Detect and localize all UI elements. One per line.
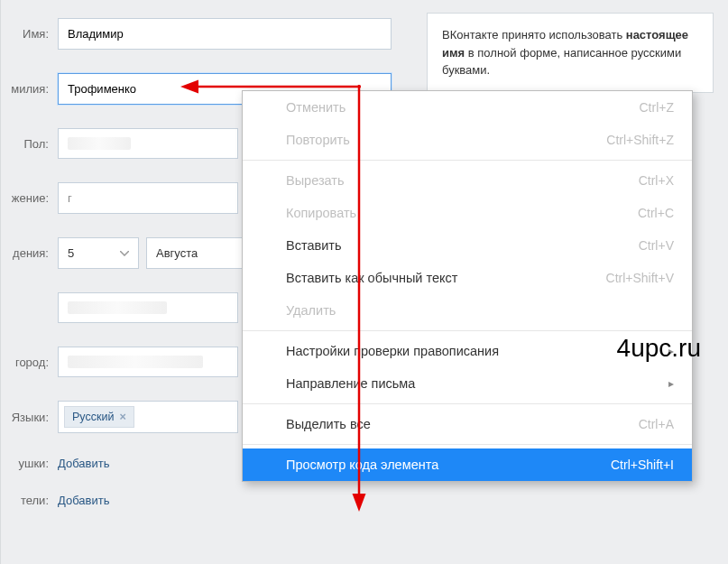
hint-text-before: ВКонтакте принято использовать	[442, 28, 626, 42]
menu-direction[interactable]: Направление письма ▸	[243, 367, 692, 400]
gender-value	[68, 137, 131, 150]
name-label: Имя:	[0, 27, 58, 41]
add-parents-link[interactable]: Добавить	[58, 494, 109, 507]
parents-label: тели:	[0, 494, 58, 507]
hint-text-after: в полной форме, написанное русскими букв…	[442, 46, 681, 78]
birthday-day-select[interactable]: 5	[58, 237, 139, 269]
row-parents: тели: Добавить	[0, 494, 415, 507]
languages-input[interactable]: Русский ×	[58, 401, 238, 433]
menu-separator	[243, 444, 692, 445]
menu-paste[interactable]: Вставить Ctrl+V	[243, 229, 692, 262]
menu-cut[interactable]: Вырезать Ctrl+X	[243, 164, 692, 197]
menu-inspect-element[interactable]: Просмотр кода элемента Ctrl+Shift+I	[243, 448, 692, 481]
menu-spellcheck[interactable]: Настройки проверки правописания ▸	[243, 335, 692, 367]
context-menu: Отменить Ctrl+Z Повторить Ctrl+Shift+Z В…	[242, 90, 693, 482]
gender-select[interactable]	[58, 128, 238, 159]
add-grandma-link[interactable]: Добавить	[58, 457, 109, 470]
language-tag-label: Русский	[72, 411, 114, 423]
menu-separator	[243, 403, 692, 404]
hint-tooltip: ВКонтакте принято использовать настоящее…	[427, 13, 714, 93]
menu-separator	[243, 330, 692, 331]
marital-value: г	[68, 191, 72, 205]
menu-redo[interactable]: Повторить Ctrl+Shift+Z	[243, 124, 692, 156]
menu-copy[interactable]: Копировать Ctrl+C	[243, 197, 692, 229]
language-tag[interactable]: Русский ×	[64, 406, 134, 428]
name-input[interactable]	[58, 18, 392, 50]
menu-paste-plain[interactable]: Вставить как обычный текст Ctrl+Shift+V	[243, 262, 692, 294]
menu-separator	[243, 160, 692, 161]
close-icon[interactable]: ×	[119, 411, 125, 423]
city-select[interactable]	[58, 347, 238, 377]
birthday-month: Августа	[156, 246, 198, 260]
gender-label: Пол:	[0, 137, 58, 151]
marital-select[interactable]: г	[58, 182, 238, 214]
menu-delete[interactable]: Удалить	[243, 294, 692, 327]
city-label: город:	[0, 356, 58, 369]
birthday-label: дения:	[0, 246, 58, 260]
chevron-right-icon: ▸	[668, 345, 674, 357]
marital-label: жение:	[0, 191, 58, 205]
surname-label: милия:	[0, 82, 58, 96]
chevron-right-icon: ▸	[668, 377, 674, 390]
menu-undo[interactable]: Отменить Ctrl+Z	[243, 91, 692, 124]
languages-label: Языки:	[0, 411, 58, 424]
birthday-day: 5	[68, 246, 74, 260]
extra-select[interactable]	[58, 292, 238, 323]
chevron-down-icon	[120, 251, 129, 256]
row-name: Имя:	[0, 18, 415, 50]
grandma-label: ушки:	[0, 457, 58, 470]
menu-select-all[interactable]: Выделить все Ctrl+A	[243, 408, 692, 440]
